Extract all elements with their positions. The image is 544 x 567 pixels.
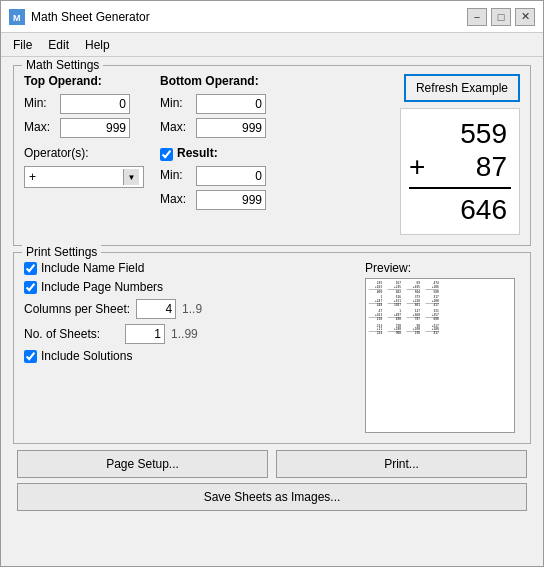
result-checkbox[interactable]: [160, 148, 173, 161]
columns-row: Columns per Sheet: 1..9: [24, 299, 355, 319]
include-name-row: Include Name Field: [24, 261, 355, 275]
include-solutions-label: Include Solutions: [41, 349, 132, 363]
btn-row-1: Page Setup... Print...: [17, 450, 527, 478]
right-math: Refresh Example 559 + 87 646: [400, 74, 520, 235]
top-max-input[interactable]: [60, 118, 130, 138]
columns-input[interactable]: [136, 299, 176, 319]
close-button[interactable]: ✕: [515, 8, 535, 26]
app-icon: M: [9, 9, 25, 25]
example-line: [409, 187, 511, 189]
include-page-numbers-label: Include Page Numbers: [41, 280, 163, 294]
math-top-row: Top Operand: Min: Max: Operator(s):: [24, 74, 520, 235]
result-col: Result: Min: Max:: [160, 146, 266, 210]
example-top: 559: [409, 117, 511, 151]
minimize-button[interactable]: −: [467, 8, 487, 26]
top-operand-label: Top Operand:: [24, 74, 144, 88]
result-checkbox-row: Result:: [160, 146, 266, 162]
example-bottom: 87: [429, 151, 511, 183]
operator-label: Operator(s):: [24, 146, 144, 160]
page-setup-button[interactable]: Page Setup...: [17, 450, 268, 478]
result-min-label: Min:: [160, 168, 192, 182]
columns-range: 1..9: [182, 302, 202, 316]
bottom-max-row: Max:: [160, 118, 266, 138]
refresh-example-button[interactable]: Refresh Example: [404, 74, 520, 102]
example-result: 646: [409, 193, 511, 227]
columns-label: Columns per Sheet:: [24, 302, 130, 316]
print-button[interactable]: Print...: [276, 450, 527, 478]
print-settings-legend: Print Settings: [22, 245, 101, 259]
print-settings-group: Print Settings Include Name Field Includ…: [13, 252, 531, 444]
save-sheets-button[interactable]: Save Sheets as Images...: [17, 483, 527, 511]
operator-col: Operator(s): + ▼: [24, 146, 144, 188]
svg-text:M: M: [13, 13, 21, 23]
top-min-label: Min:: [24, 96, 56, 110]
operator-value: +: [29, 170, 123, 184]
top-min-input[interactable]: [60, 94, 130, 114]
result-min-input[interactable]: [196, 166, 266, 186]
title-bar: M Math Sheet Generator − □ ✕: [1, 1, 543, 33]
print-left: Include Name Field Include Page Numbers …: [24, 261, 355, 433]
include-solutions-row: Include Solutions: [24, 349, 355, 363]
include-page-numbers-checkbox[interactable]: [24, 281, 37, 294]
top-operand-col: Top Operand: Min: Max: Operator(s):: [24, 74, 144, 210]
sheets-label: No. of Sheets:: [24, 327, 100, 341]
operator-select[interactable]: + ▼: [24, 166, 144, 188]
bottom-buttons: Page Setup... Print... Save Sheets as Im…: [13, 450, 531, 511]
preview-box: 235+165400 167+235402 69+435504 474+1065…: [365, 278, 515, 433]
sheets-input[interactable]: [125, 324, 165, 344]
bottom-min-row: Min:: [160, 94, 266, 114]
example-operator: +: [409, 151, 425, 183]
top-max-row: Max:: [24, 118, 144, 138]
preview-label: Preview:: [365, 261, 520, 275]
operator-dropdown-arrow[interactable]: ▼: [123, 169, 139, 185]
bottom-max-input[interactable]: [196, 118, 266, 138]
top-min-row: Min:: [24, 94, 144, 114]
print-settings-inner: Include Name Field Include Page Numbers …: [24, 261, 520, 433]
example-box: 559 + 87 646: [400, 108, 520, 235]
sheets-row: No. of Sheets: 1..99: [24, 324, 355, 344]
include-page-numbers-row: Include Page Numbers: [24, 280, 355, 294]
menu-help[interactable]: Help: [77, 36, 118, 54]
bottom-operand-label: Bottom Operand:: [160, 74, 266, 88]
bottom-max-label: Max:: [160, 120, 192, 134]
maximize-button[interactable]: □: [491, 8, 511, 26]
main-window: M Math Sheet Generator − □ ✕ File Edit H…: [0, 0, 544, 567]
window-title: Math Sheet Generator: [31, 10, 467, 24]
result-min-row: Min:: [160, 166, 266, 186]
btn-row-2: Save Sheets as Images...: [17, 483, 527, 511]
bottom-min-input[interactable]: [196, 94, 266, 114]
title-controls: − □ ✕: [467, 8, 535, 26]
example-operator-row: + 87: [409, 151, 511, 183]
result-label: Result:: [177, 146, 218, 160]
result-max-input[interactable]: [196, 190, 266, 210]
sheets-range: 1..99: [171, 327, 198, 341]
print-right: Preview: 235+165400 167+235402 69+435504…: [365, 261, 520, 433]
menu-bar: File Edit Help: [1, 33, 543, 57]
result-max-label: Max:: [160, 192, 192, 206]
math-left: Top Operand: Min: Max: Operator(s):: [24, 74, 400, 210]
include-solutions-checkbox[interactable]: [24, 350, 37, 363]
menu-file[interactable]: File: [5, 36, 40, 54]
menu-edit[interactable]: Edit: [40, 36, 77, 54]
bottom-operand-col: Bottom Operand: Min: Max: Res: [160, 74, 266, 210]
top-max-label: Max:: [24, 120, 56, 134]
include-name-checkbox[interactable]: [24, 262, 37, 275]
result-max-row: Max:: [160, 190, 266, 210]
content-area: Math Settings Top Operand: Min: Max:: [1, 57, 543, 566]
include-name-label: Include Name Field: [41, 261, 144, 275]
math-settings-legend: Math Settings: [22, 58, 103, 72]
math-settings-group: Math Settings Top Operand: Min: Max:: [13, 65, 531, 246]
bottom-min-label: Min:: [160, 96, 192, 110]
